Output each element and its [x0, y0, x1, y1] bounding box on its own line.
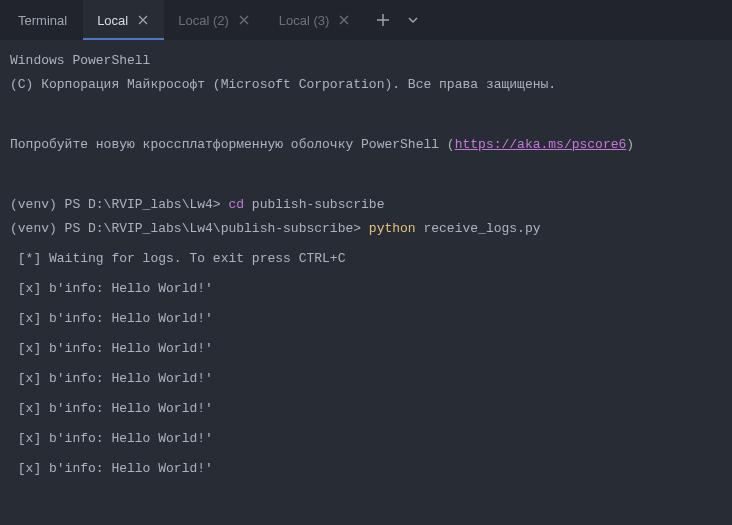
tab-dropdown-button[interactable]: [403, 10, 423, 30]
shell-try-line: Попробуйте новую кроссплатформенную обол…: [10, 138, 722, 153]
prompt-prefix: (venv) PS D:\RVIP_labs\Lw4\publish-subsc…: [10, 221, 369, 236]
close-icon[interactable]: [237, 13, 251, 27]
prompt-prefix: (venv) PS D:\RVIP_labs\Lw4>: [10, 197, 228, 212]
shell-header-line: Windows PowerShell: [10, 54, 722, 69]
prompt-line: (venv) PS D:\RVIP_labs\Lw4\publish-subsc…: [10, 222, 722, 237]
terminal-output[interactable]: Windows PowerShell (C) Корпорация Майкро…: [0, 40, 732, 502]
output-line: [x] b'info: Hello World!': [10, 342, 722, 357]
tab-label: Local (2): [178, 13, 229, 28]
close-icon[interactable]: [337, 13, 351, 27]
tab-local-3[interactable]: Local (3): [265, 0, 366, 40]
new-tab-button[interactable]: [373, 10, 393, 30]
cmd-arg: publish-subscribe: [252, 197, 385, 212]
text: Попробуйте новую кроссплатформенную обол…: [10, 137, 455, 152]
cmd-keyword: python: [369, 221, 424, 236]
tab-label: Local (3): [279, 13, 330, 28]
text: ): [626, 137, 634, 152]
output-line: [x] b'info: Hello World!': [10, 402, 722, 417]
blank-line: [10, 168, 722, 198]
cmd-keyword: cd: [228, 197, 251, 212]
close-icon[interactable]: [136, 13, 150, 27]
output-line: [x] b'info: Hello World!': [10, 282, 722, 297]
output-line: [x] b'info: Hello World!': [10, 432, 722, 447]
pscore-link[interactable]: https://aka.ms/pscore6: [455, 137, 627, 152]
panel-title: Terminal: [4, 13, 83, 28]
terminal-tabbar: Terminal Local Local (2) Local (3): [0, 0, 732, 40]
tab-local-2[interactable]: Local (2): [164, 0, 265, 40]
output-line: [x] b'info: Hello World!': [10, 462, 722, 477]
cmd-arg: receive_logs.py: [423, 221, 540, 236]
output-line: [x] b'info: Hello World!': [10, 372, 722, 387]
output-line: [x] b'info: Hello World!': [10, 312, 722, 327]
shell-copyright-line: (C) Корпорация Майкрософт (Microsoft Cor…: [10, 78, 722, 93]
prompt-line: (venv) PS D:\RVIP_labs\Lw4> cd publish-s…: [10, 198, 722, 213]
tab-actions: [365, 10, 423, 30]
output-line: [*] Waiting for logs. To exit press CTRL…: [10, 252, 722, 267]
tab-label: Local: [97, 13, 128, 28]
tab-local-1[interactable]: Local: [83, 0, 164, 40]
blank-line: [10, 108, 722, 138]
